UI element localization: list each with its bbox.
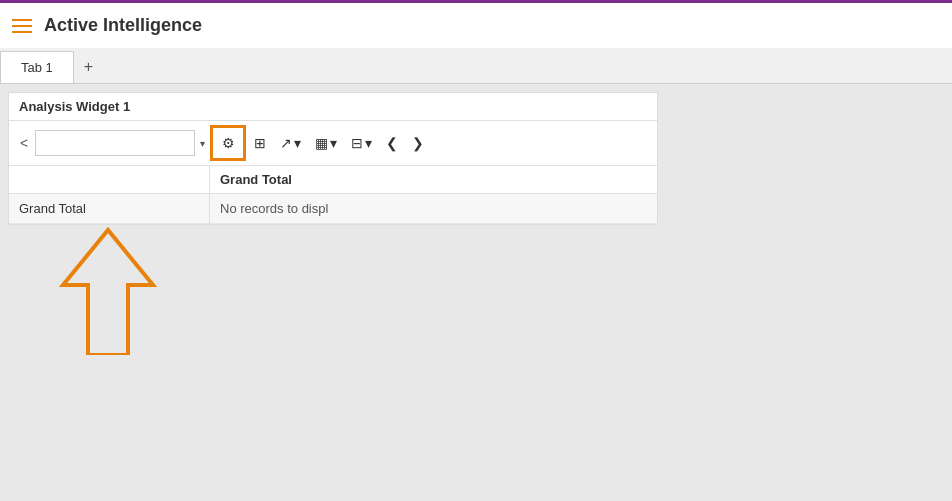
tab-1[interactable]: Tab 1	[0, 51, 74, 83]
export-dropdown-arrow: ▾	[294, 135, 301, 151]
table-view-button[interactable]: ⊞	[248, 131, 272, 155]
col-header-label	[9, 166, 209, 194]
widget-title: Analysis Widget 1	[9, 93, 657, 120]
col-header-grand-total: Grand Total	[209, 166, 657, 194]
more-left-button[interactable]: ❮	[380, 131, 404, 155]
row-value: No records to displ	[209, 194, 657, 224]
analysis-widget: Analysis Widget 1 < ▾ ⚙ ⊞ ↗ ▾ ▦ ▾ ⊟	[8, 92, 658, 225]
table-row: Grand Total No records to displ	[9, 194, 657, 224]
svg-marker-0	[63, 230, 153, 355]
arrow-svg	[8, 225, 208, 355]
pivot-arrow: ▾	[365, 135, 372, 151]
gear-icon: ⚙	[222, 135, 235, 151]
search-input[interactable]	[35, 130, 195, 156]
gear-settings-button[interactable]: ⚙	[210, 125, 246, 161]
more-right-icon: ❯	[412, 135, 424, 151]
nav-prev-button[interactable]: <	[15, 132, 33, 154]
hamburger-line-3	[12, 31, 32, 33]
pivot-icon: ⊟	[351, 135, 363, 151]
tabs-bar: Tab 1 +	[0, 48, 952, 84]
add-tab-button[interactable]: +	[74, 51, 103, 83]
hamburger-line-2	[12, 25, 32, 27]
column-settings-button[interactable]: ▦ ▾	[309, 131, 343, 155]
row-label: Grand Total	[9, 194, 209, 224]
main-content: Analysis Widget 1 < ▾ ⚙ ⊞ ↗ ▾ ▦ ▾ ⊟	[0, 84, 952, 501]
pivot-button[interactable]: ⊟ ▾	[345, 131, 378, 155]
app-header: Active Intelligence	[0, 0, 952, 48]
more-right-button[interactable]: ❯	[406, 131, 430, 155]
table-icon: ⊞	[254, 135, 266, 151]
column-arrow: ▾	[330, 135, 337, 151]
arrow-annotation	[8, 225, 658, 355]
table-header: Grand Total	[9, 166, 657, 194]
more-left-icon: ❮	[386, 135, 398, 151]
column-icon: ▦	[315, 135, 328, 151]
app-title: Active Intelligence	[44, 15, 202, 36]
widget-toolbar: < ▾ ⚙ ⊞ ↗ ▾ ▦ ▾ ⊟ ▾ ❮	[9, 120, 657, 166]
export-button[interactable]: ↗ ▾	[274, 131, 307, 155]
export-icon: ↗	[280, 135, 292, 151]
hamburger-line-1	[12, 19, 32, 21]
hamburger-menu-button[interactable]	[12, 19, 32, 33]
search-dropdown-button[interactable]: ▾	[197, 135, 208, 152]
